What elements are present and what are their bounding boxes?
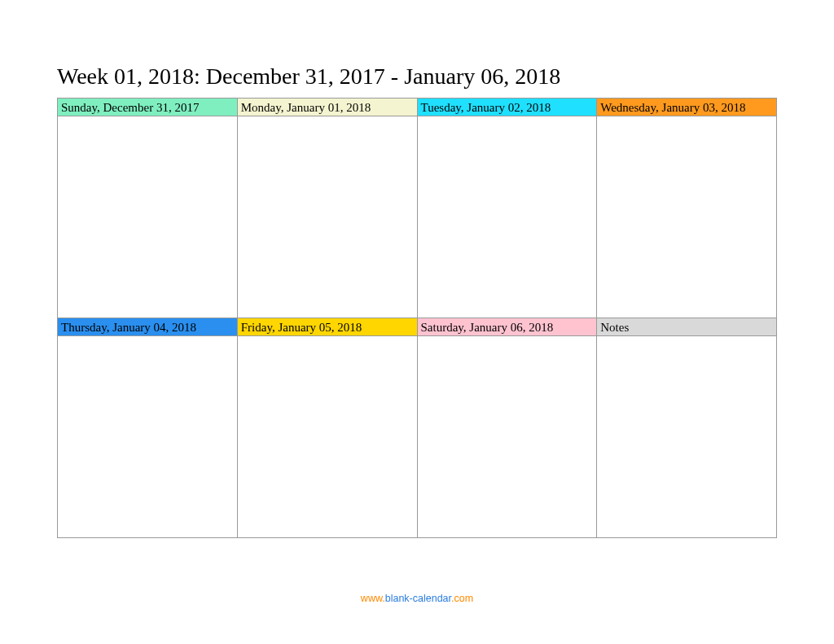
day-header-friday: Friday, January 05, 2018 [238,318,418,336]
page: Week 01, 2018: December 31, 2017 - Janua… [0,0,834,644]
footer-link[interactable]: www.blank-calendar.com [0,593,834,604]
notes-header: Notes [597,318,777,336]
footer-link-part2: blank-calendar [385,593,451,604]
day-header-sunday: Sunday, December 31, 2017 [58,99,238,116]
day-header-wednesday: Wednesday, January 03, 2018 [597,99,777,116]
day-header-thursday: Thursday, January 04, 2018 [58,318,238,336]
day-body-wednesday [597,116,777,318]
notes-body [597,336,777,538]
footer-link-part1: www. [361,593,385,604]
day-body-sunday [58,116,238,318]
footer-link-part3: .com [451,593,473,604]
day-body-monday [238,116,418,318]
day-body-thursday [58,336,238,538]
page-title: Week 01, 2018: December 31, 2017 - Janua… [57,64,777,90]
week-grid: Sunday, December 31, 2017 Monday, Januar… [57,98,777,538]
day-header-saturday: Saturday, January 06, 2018 [418,318,598,336]
day-body-saturday [418,336,598,538]
day-body-friday [238,336,418,538]
day-body-tuesday [418,116,598,318]
day-header-monday: Monday, January 01, 2018 [238,99,418,116]
day-header-tuesday: Tuesday, January 02, 2018 [418,99,598,116]
